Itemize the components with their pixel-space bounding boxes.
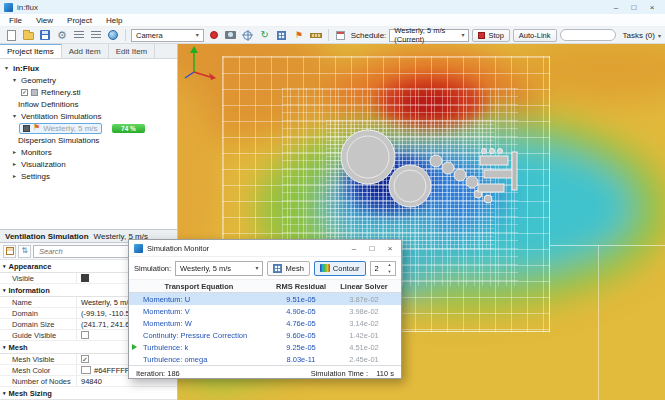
stop-button[interactable]: Stop xyxy=(472,29,509,42)
prop-group-label: Mesh xyxy=(9,343,28,352)
tree-item-monitors[interactable]: ▸ Monitors xyxy=(0,146,177,158)
table-row[interactable]: Momentum: U 9.51e-05 3.87e-02 xyxy=(129,293,401,305)
schedule-icon-button[interactable] xyxy=(334,28,348,42)
tree-item-visualization[interactable]: ▸ Visualization xyxy=(0,158,177,170)
prop-label: Guide Visible xyxy=(0,331,76,340)
expand-icon[interactable]: ▸ xyxy=(11,173,18,179)
monitor-controls: Simulation: Westerly, 5 m/s ▾ Mesh Conto… xyxy=(129,257,401,280)
save-button[interactable] xyxy=(38,28,52,42)
categorize-button[interactable] xyxy=(3,245,16,258)
tasks-menu[interactable]: Tasks (0) ▾ xyxy=(623,31,661,40)
web-button[interactable] xyxy=(106,28,120,42)
tree-item-settings[interactable]: ▸ Settings xyxy=(0,170,177,182)
camera-icon xyxy=(225,31,236,39)
close-button[interactable]: × xyxy=(643,1,661,14)
tree-item-westerly-5ms[interactable]: ⚑ Westerly, 5 m/s 74 % xyxy=(0,122,177,134)
table-row[interactable]: Momentum: V 4.90e-05 3.98e-02 xyxy=(129,305,401,317)
main-toolbar: ⚙ Camera ▾ ↻ ⚑ Schedule: Westerly, 5 m/s… xyxy=(0,27,665,44)
spin-up-icon[interactable]: ▲ xyxy=(388,263,392,267)
monitor-titlebar[interactable]: Simulation Monitor – □ × xyxy=(129,240,401,257)
minimize-button[interactable]: – xyxy=(607,1,625,14)
tree-item-dispersion-simulations[interactable]: Dispersion Simulations xyxy=(0,134,177,146)
monitor-close-button[interactable]: × xyxy=(381,242,399,255)
auto-link-button[interactable]: Auto-Link xyxy=(513,29,557,42)
tree-label: Refinery.stl xyxy=(41,88,80,97)
auto-link-label: Auto-Link xyxy=(519,31,551,40)
simulation-time-value: 110 s xyxy=(376,369,394,378)
rms-cell: 4.90e-05 xyxy=(269,307,333,316)
tree-label: Westerly, 5 m/s xyxy=(43,124,97,133)
window-titlebar[interactable]: in:flux – □ × xyxy=(0,0,665,14)
tree-item-inflow-definitions[interactable]: Inflow Definitions xyxy=(0,98,177,110)
prop-label: Domain Size xyxy=(0,320,76,329)
open-project-button[interactable] xyxy=(21,28,35,42)
visible-checkbox[interactable] xyxy=(81,274,89,282)
menu-bar: File View Project Help xyxy=(0,14,665,27)
snapshot-button[interactable] xyxy=(224,28,238,42)
mesh-button[interactable]: Mesh xyxy=(267,261,309,276)
guide-visible-checkbox[interactable] xyxy=(81,331,89,339)
flag-button[interactable]: ⚑ xyxy=(292,28,306,42)
spin-down-icon[interactable]: ▼ xyxy=(388,270,392,274)
mesh-view-button[interactable] xyxy=(275,28,289,42)
refresh-button[interactable]: ↻ xyxy=(258,28,272,42)
measure-button[interactable] xyxy=(309,28,323,42)
table-row[interactable]: Turbulence: k 9.25e-05 4.51e-02 xyxy=(129,341,401,353)
table-row[interactable]: Continuity: Pressure Correction 9.60e-05… xyxy=(129,329,401,341)
refinery-checkbox[interactable]: ✓ xyxy=(21,89,28,96)
center-view-button[interactable] xyxy=(241,28,255,42)
menu-project[interactable]: Project xyxy=(60,16,99,25)
category-icon xyxy=(6,247,14,255)
column-linear-solver: Linear Solver xyxy=(333,282,395,291)
expand-icon[interactable]: ▾ xyxy=(11,113,18,119)
expand-icon[interactable]: ▾ xyxy=(11,77,18,83)
expand-icon[interactable]: ▸ xyxy=(11,161,18,167)
prop-label: Visible xyxy=(0,274,76,283)
tab-add-item[interactable]: Add Item xyxy=(62,44,109,58)
monitor-window-controls: – □ × xyxy=(345,242,399,255)
report-icon xyxy=(91,31,101,39)
color-swatch[interactable] xyxy=(81,366,91,374)
mesh-visible-checkbox[interactable]: ✓ xyxy=(81,355,89,363)
expand-icon[interactable]: ▸ xyxy=(11,149,18,155)
schedule-select[interactable]: Westerly, 5 m/s (Current) ▾ xyxy=(389,29,469,42)
sidebar-tabs: Project Items Add Item Edit Item xyxy=(0,44,177,59)
simulation-select[interactable]: Westerly, 5 m/s ▾ xyxy=(175,261,263,276)
expand-icon[interactable]: ▾ xyxy=(3,65,10,71)
new-project-button[interactable] xyxy=(4,28,18,42)
maximize-button[interactable]: □ xyxy=(625,1,643,14)
prop-group-mesh-sizing[interactable]: ▾ Mesh Sizing xyxy=(0,387,177,400)
progress-label: 74 % xyxy=(121,125,136,132)
menu-view[interactable]: View xyxy=(29,16,60,25)
camera-select[interactable]: Camera ▾ xyxy=(131,29,204,42)
equation-cell: Momentum: V xyxy=(129,307,269,316)
sort-button[interactable]: ⇅ xyxy=(18,245,31,258)
menu-help[interactable]: Help xyxy=(99,16,129,25)
contour-level-input[interactable] xyxy=(371,263,386,274)
contour-button[interactable]: Contour xyxy=(314,261,366,276)
settings-button[interactable]: ⚙ xyxy=(55,28,69,42)
linear-cell: 3.87e-02 xyxy=(333,295,395,304)
items-list-button[interactable] xyxy=(72,28,86,42)
monitor-minimize-button[interactable]: – xyxy=(345,242,363,255)
toolbar-search-input[interactable] xyxy=(560,29,616,41)
monitor-maximize-button[interactable]: □ xyxy=(363,242,381,255)
folder-icon xyxy=(23,32,34,40)
table-row[interactable]: Momentum: W 4.76e-05 3.14e-02 xyxy=(129,317,401,329)
selected-tree-item[interactable]: ⚑ Westerly, 5 m/s xyxy=(19,123,102,134)
report-button[interactable] xyxy=(89,28,103,42)
tree-item-refinery[interactable]: ✓ Refinery.stl xyxy=(0,86,177,98)
tab-project-items[interactable]: Project Items xyxy=(0,44,62,58)
tree-item-ventilation-simulations[interactable]: ▾ Ventilation Simulations xyxy=(0,110,177,122)
menu-file[interactable]: File xyxy=(2,16,29,25)
monitor-statusbar: Iteration: 186 Simulation Time : 110 s xyxy=(129,365,401,380)
monitor-title: Simulation Monitor xyxy=(147,244,209,253)
rms-cell: 9.60e-05 xyxy=(269,331,333,340)
tree-item-geometry[interactable]: ▾ Geometry xyxy=(0,74,177,86)
tree-item-influx[interactable]: ▾ in:Flux xyxy=(0,62,177,74)
simulation-time-status: Simulation Time : 110 s xyxy=(311,369,394,378)
tab-edit-item[interactable]: Edit Item xyxy=(109,44,156,58)
record-button[interactable] xyxy=(207,28,221,42)
table-row[interactable]: Turbulence: omega 8.03e-11 2.45e-01 xyxy=(129,353,401,365)
schedule-select-value: Westerly, 5 m/s (Current) xyxy=(394,26,457,44)
